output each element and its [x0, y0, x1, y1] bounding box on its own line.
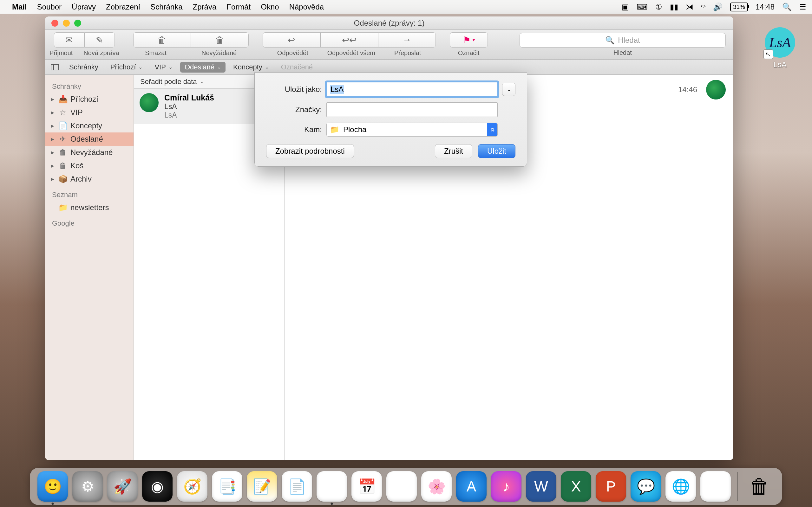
chevron-down-icon: ⌄ [217, 64, 221, 70]
volume-icon[interactable]: 🔊 [713, 3, 722, 11]
dock-app-mail[interactable]: ✉ [316, 471, 347, 502]
reply-button[interactable]: ↩ [263, 32, 320, 48]
save-as-input[interactable]: LsA [326, 82, 498, 97]
dock-app-itunes[interactable]: ♪ [491, 471, 521, 502]
sidebar-item-drafts[interactable]: ▶📄Koncepty [45, 119, 134, 132]
dock-app-word[interactable]: W [526, 471, 556, 502]
sidebar-item-sent[interactable]: ▶✈Odeslané [45, 132, 134, 146]
avatar [140, 93, 159, 112]
menu-help[interactable]: Nápověda [289, 3, 324, 11]
spotlight-icon[interactable]: 🔍 [782, 3, 792, 11]
inbox-icon: 📥 [58, 95, 67, 104]
expand-dialog-button[interactable]: ⌄ [502, 83, 515, 96]
disclosure-triangle-icon[interactable]: ▶ [51, 176, 55, 181]
folder-icon: 📁 [330, 125, 339, 134]
menu-edit[interactable]: Úpravy [72, 3, 96, 11]
menu-window[interactable]: Okno [261, 3, 279, 11]
dock-app-excel[interactable]: X [561, 471, 591, 502]
compose-button[interactable]: ✎ [84, 32, 115, 48]
search-group: 🔍 Hledat Hledat [519, 33, 726, 56]
dock-trash[interactable]: 🗑 [744, 471, 774, 502]
sidebar-item-trash[interactable]: ▶🗑Koš [45, 159, 134, 172]
tags-input[interactable] [326, 102, 498, 117]
disclosure-triangle-icon[interactable]: ▶ [51, 150, 55, 155]
menubar: Mail Soubor Úpravy Zobrazení Schránka Zp… [0, 0, 812, 14]
reply-all-button[interactable]: ↩↩ [320, 32, 378, 48]
dock-app-photo[interactable]: 🏞 [700, 471, 731, 502]
battery-status[interactable]: 31% [730, 3, 748, 11]
close-button[interactable] [51, 20, 58, 26]
menu-file[interactable]: Soubor [37, 3, 61, 11]
menu-view[interactable]: Zobrazení [106, 3, 140, 11]
junk-button[interactable]: 🗑 [191, 32, 249, 48]
dock-app-launchpad[interactable]: 🚀 [107, 471, 138, 502]
junk-label: Nevyžádané [201, 49, 237, 57]
desktop-file-lsa[interactable]: LsA LsA [763, 27, 798, 69]
favbar-drafts[interactable]: Koncepty⌄ [229, 62, 273, 72]
notification-center-icon[interactable]: ☰ [799, 3, 806, 11]
desktop-file-label: LsA [763, 60, 798, 69]
airplay-icon[interactable]: ▣ [622, 3, 629, 11]
traffic-lights [45, 20, 81, 26]
dock-app-safari[interactable]: 🧭 [177, 471, 207, 502]
menu-message[interactable]: Zpráva [193, 3, 217, 11]
disclosure-triangle-icon[interactable]: ▶ [51, 123, 55, 128]
dock-app-appstore[interactable]: A [456, 471, 487, 502]
dock-app-photos[interactable]: 🌸 [421, 471, 452, 502]
layout-toggle-icon[interactable] [51, 64, 59, 70]
where-label: Kam: [266, 125, 326, 134]
wifi-icon[interactable]: ⌔ [701, 3, 705, 11]
dock-app-settings[interactable]: ⚙ [72, 471, 103, 502]
menu-format[interactable]: Formát [226, 3, 251, 11]
flag-button[interactable]: ⚑▾ [450, 32, 488, 48]
bluetooth-icon[interactable]: ⧕ [686, 3, 693, 11]
keyboard-icon[interactable]: ⌨ [637, 3, 648, 11]
timemachine-icon[interactable]: ① [655, 3, 662, 11]
dock-app-notes[interactable]: 📝 [247, 471, 277, 502]
favbar-inbox[interactable]: Příchozí⌄ [106, 62, 147, 72]
sidebar-item-archive[interactable]: ▶📦Archiv [45, 172, 134, 186]
reply-all-label: Odpovědět všem [327, 49, 375, 57]
paperplane-icon: ✈ [58, 135, 67, 144]
dock-app-chrome[interactable]: 🌐 [665, 471, 696, 502]
favbar-sent[interactable]: Odeslané⌄ [180, 62, 225, 72]
dock-app-reminders[interactable]: 📑 [212, 471, 242, 502]
dock-app-messages[interactable]: 💬 [630, 471, 661, 502]
disclosure-triangle-icon[interactable]: ▶ [51, 97, 55, 102]
delete-button[interactable]: 🗑 [133, 32, 191, 48]
where-select[interactable]: 📁 Plocha ⇅ [326, 123, 498, 136]
receive-button[interactable]: ✉ [54, 32, 84, 48]
dock-app-powerpoint[interactable]: P [596, 471, 626, 502]
show-details-button[interactable]: Zobrazit podrobnosti [266, 144, 354, 158]
sidebar-item-inbox[interactable]: ▶📥Příchozí [45, 93, 134, 106]
dock-app-pages[interactable]: 📄 [282, 471, 312, 502]
disclosure-triangle-icon[interactable]: ▶ [51, 110, 55, 115]
dock-app-siri[interactable]: ◉ [142, 471, 172, 502]
avatar [706, 80, 726, 100]
sidebar-item-vip[interactable]: ▶☆VIP [45, 106, 134, 119]
cancel-button[interactable]: Zrušit [435, 144, 472, 158]
favbar-flagged[interactable]: Označené [276, 62, 317, 72]
menu-mailbox[interactable]: Schránka [150, 3, 183, 11]
chevron-down-icon: ⌄ [168, 64, 172, 70]
titlebar[interactable]: Odeslané (zprávy: 1) [45, 16, 733, 30]
search-input[interactable]: 🔍 Hledat [519, 33, 726, 48]
trash-icon: 🗑 [58, 161, 67, 170]
display-icon[interactable]: ▮▮ [670, 3, 678, 11]
disclosure-triangle-icon[interactable]: ▶ [51, 163, 55, 168]
dock-app-finder[interactable]: 🙂 [38, 471, 68, 502]
zoom-button[interactable] [74, 20, 81, 26]
menu-app[interactable]: Mail [12, 3, 27, 11]
sidebar-item-newsletters[interactable]: ▶📁newsletters [45, 201, 134, 214]
clock[interactable]: 14:48 [756, 3, 774, 11]
favbar-vip[interactable]: VIP⌄ [150, 62, 177, 72]
dock-app-preview[interactable]: 🖼 [386, 471, 417, 502]
dock-app-calendar[interactable]: 📅 [351, 471, 382, 502]
save-button[interactable]: Uložit [478, 144, 515, 158]
favbar-mailboxes[interactable]: Schránky [65, 62, 103, 72]
disclosure-triangle-icon[interactable]: ▶ [51, 136, 55, 142]
forward-button[interactable]: → [378, 32, 436, 48]
minimize-button[interactable] [63, 20, 70, 26]
chevron-down-icon: ⌄ [265, 64, 269, 70]
sidebar-item-junk[interactable]: ▶🗑Nevyžádané [45, 146, 134, 159]
